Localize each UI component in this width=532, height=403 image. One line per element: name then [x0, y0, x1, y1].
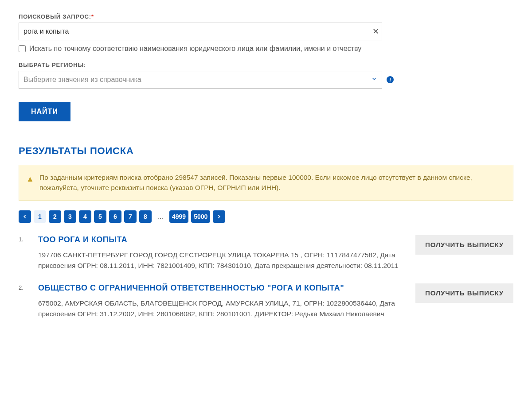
info-icon[interactable]: i	[387, 76, 394, 83]
clear-search-icon[interactable]: ✕	[369, 23, 382, 40]
result-index: 1.	[19, 235, 29, 243]
pagination-prev[interactable]	[19, 210, 31, 223]
pagination-page[interactable]: 2	[49, 210, 61, 223]
search-input[interactable]	[19, 23, 382, 40]
search-button[interactable]: НАЙТИ	[19, 102, 70, 121]
pagination-page[interactable]: 4	[79, 210, 91, 223]
result-item: 1. ТОО РОГА И КОПЫТА 197706 САНКТ-ПЕТЕРБ…	[19, 235, 513, 271]
required-asterisk: *	[91, 13, 94, 20]
search-query-label: ПОИСКОВЫЙ ЗАПРОС:*	[19, 13, 513, 20]
pagination-page[interactable]: 6	[109, 210, 121, 223]
pagination-page[interactable]: 3	[64, 210, 76, 223]
result-title-link[interactable]: ТОО РОГА И КОПЫТА	[38, 235, 399, 244]
warning-icon: ▲	[26, 173, 34, 185]
pagination: 1 2 3 4 5 6 7 8 ... 4999 5000	[19, 210, 513, 223]
results-alert: ▲ По заданным критериям поиска отобрано …	[19, 165, 513, 201]
exact-match-label[interactable]: Искать по точному соответствию наименова…	[29, 45, 361, 53]
pagination-next[interactable]	[213, 210, 225, 223]
result-description: 197706 САНКТ-ПЕТЕРБУРГ ГОРОД ГОРОД СЕСТР…	[38, 250, 399, 271]
exact-match-checkbox[interactable]	[19, 45, 26, 52]
pagination-page[interactable]: 8	[139, 210, 152, 223]
get-excerpt-button[interactable]: ПОЛУЧИТЬ ВЫПИСКУ	[415, 283, 513, 303]
pagination-page[interactable]: 4999	[169, 210, 188, 223]
results-heading: РЕЗУЛЬТАТЫ ПОИСКА	[19, 145, 513, 157]
result-item: 2. ОБЩЕСТВО С ОГРАНИЧЕННОЙ ОТВЕТСТВЕННОС…	[19, 283, 513, 319]
region-label: ВЫБРАТЬ РЕГИОНЫ:	[19, 62, 513, 68]
alert-text: По заданным критериям поиска отобрано 29…	[39, 174, 472, 191]
result-description: 675002, АМУРСКАЯ ОБЛАСТЬ, БЛАГОВЕЩЕНСК Г…	[38, 298, 399, 319]
region-select[interactable]: Выберите значения из справочника	[19, 71, 382, 89]
pagination-page-current[interactable]: 1	[34, 210, 46, 223]
get-excerpt-button[interactable]: ПОЛУЧИТЬ ВЫПИСКУ	[415, 235, 513, 255]
result-title-link[interactable]: ОБЩЕСТВО С ОГРАНИЧЕННОЙ ОТВЕТСТВЕННОСТЬЮ…	[38, 283, 399, 293]
region-placeholder: Выберите значения из справочника	[23, 76, 141, 84]
chevron-down-icon	[371, 76, 377, 84]
pagination-ellipsis: ...	[154, 210, 167, 223]
pagination-page[interactable]: 5000	[191, 210, 210, 223]
result-index: 2.	[19, 283, 29, 291]
pagination-page[interactable]: 5	[94, 210, 106, 223]
pagination-page[interactable]: 7	[124, 210, 137, 223]
